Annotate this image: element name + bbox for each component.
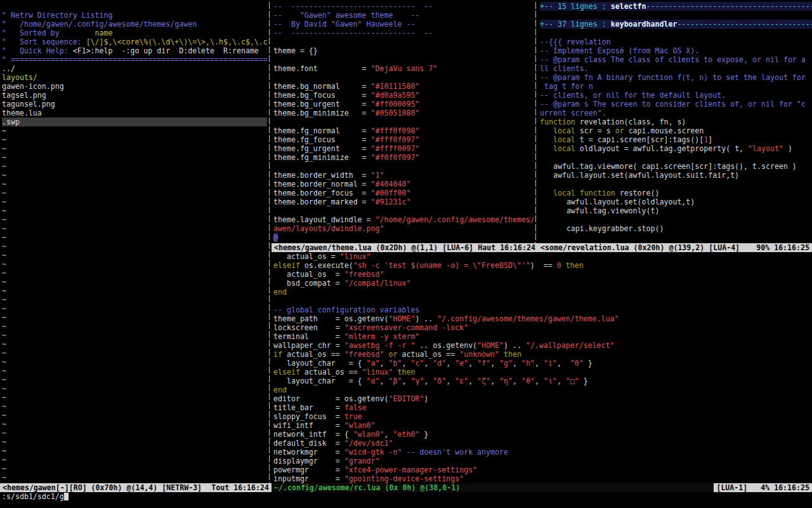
code-line: ~ (2, 189, 267, 197)
code-line (540, 11, 812, 20)
code-line: ~ (2, 349, 267, 358)
code-line: theme.fg_minimize = "#f0f0f097" (273, 153, 534, 162)
code-line: tagunsel.png (2, 100, 267, 109)
code-line: theme.bg_urgent = "#ff000095" (273, 100, 534, 109)
code-line: -- ---------------------------- -- (273, 2, 534, 11)
code-line (273, 55, 534, 64)
code-line: -- "Gawen" awesome theme -- (273, 11, 534, 20)
code-line: tag t for n (540, 82, 812, 91)
statusline-revelation-lua[interactable]: <some/revelation.lua (0x20h) @(139,2) [L… (538, 243, 812, 252)
code-line: -- global configuration variables (273, 305, 812, 314)
code-line: theme.bg_minimize = "#05051080" (273, 109, 534, 117)
code-line: theme.fg_normal = "#fff0f098" (273, 126, 534, 135)
code-line: @ (273, 233, 534, 242)
statusline-file-info: ~/.config/awesome/rc.lua (0x 0h) @(38,0-… (274, 483, 460, 492)
code-line: ~ (2, 197, 267, 206)
window-separator-left[interactable] (267, 2, 272, 483)
code-line (540, 153, 812, 162)
right-column: -- ---------------------------- ---- "Ga… (272, 2, 812, 483)
code-line: ~ (2, 260, 267, 269)
code-line: networkmgr = "wicd-gtk -n" -- doesn't wo… (273, 448, 812, 457)
rc-lua-window[interactable]: actual_os = "linux"elseif os.execute("sh… (272, 252, 812, 483)
separator-line (269, 2, 270, 483)
code-line: -- By David "Gawen" Hauweele -- (273, 20, 534, 29)
code-line: ~ (2, 446, 267, 455)
code-line: terminal = "mlterm -y xterm" (273, 332, 812, 341)
code-line (2, 2, 267, 11)
code-line: awen/layouts/dwindle.png" (273, 224, 534, 233)
code-line: ~ (2, 429, 267, 438)
cursor-block (64, 493, 69, 500)
code-line: theme.bg_normal = "#10111580" (273, 82, 534, 91)
vim-editor: " Netrw Directory Listing" /home/gawen/.… (0, 0, 812, 508)
code-line: ~ (2, 438, 267, 446)
code-line[interactable]: +-- 15 lignes : selectfn----------------… (540, 2, 812, 11)
code-line: ll clients. (540, 64, 812, 73)
code-line: ~ (2, 358, 267, 366)
code-line (273, 117, 534, 126)
code-line (540, 29, 812, 37)
code-line: ~ (2, 295, 267, 304)
statusline-netrw[interactable]: <hemes/gawen[-][RO] (0x70h) @(14,4) [NET… (0, 483, 272, 492)
code-line: ~ (2, 340, 267, 349)
code-line: ~ (2, 242, 267, 251)
code-line: ~ (2, 304, 267, 313)
code-line: ~ (2, 420, 267, 429)
code-line: local scr = s or capi.mouse.screen (540, 126, 812, 135)
netrw-window[interactable]: " Netrw Directory Listing" /home/gawen/.… (0, 2, 267, 483)
code-line: " /home/gawen/.config/awesome/themes/gaw… (2, 20, 267, 29)
code-line: ~ (2, 366, 267, 375)
code-line: bsd_compat = "/compat/linux" (273, 279, 812, 288)
code-line: ~ (2, 286, 267, 295)
code-line: -- clients, or nil for the default layou… (540, 91, 812, 100)
code-line: awful.tag.viewonly(t) (540, 206, 812, 215)
code-line: ~ (2, 162, 267, 171)
code-line: layouts/ (2, 73, 267, 82)
code-line: local oldlayout = awful.tag.getproperty(… (540, 144, 812, 153)
code-line: ~ (2, 277, 267, 286)
code-line (540, 215, 812, 224)
code-line: gawen-icon.png (2, 82, 267, 91)
code-line: ~ (2, 375, 267, 384)
editor-windows: " Netrw Directory Listing" /home/gawen/.… (0, 2, 812, 483)
code-line: -- @param s The screen to consider clien… (540, 100, 812, 109)
code-line: title_bar = false (273, 403, 812, 412)
revelation-lua-window[interactable]: +-- 15 lignes : selectfn----------------… (538, 2, 812, 243)
code-line: ~ (2, 313, 267, 322)
command-line[interactable]: :s/sdb1/sdc1/g (0, 492, 812, 501)
code-line: local function restore() (540, 189, 812, 197)
code-line (273, 206, 534, 215)
code-line: displaymgr = "grandr" (273, 457, 812, 465)
code-line: ~ (2, 144, 267, 153)
theme-lua-window[interactable]: -- ---------------------------- ---- "Ga… (272, 2, 534, 243)
code-line: end (273, 385, 812, 394)
code-line: -- @param fn A binary function f(t, n) t… (540, 73, 812, 82)
code-line: ~ (2, 153, 267, 162)
code-line: ~ (2, 269, 267, 277)
statusline-file-info: <hemes/gawen[-][RO] (0x70h) @(14,4) [NET… (3, 483, 202, 492)
statusline-position-info: 90% 16:16:25 (756, 243, 809, 252)
code-line: -- @param class The class of clients to … (540, 55, 812, 64)
code-line: theme.font = "DejaVu sans 7" (273, 64, 534, 73)
window-separator-middle[interactable] (534, 2, 538, 243)
code-line: " Quick Help: <F1>:help -:go up dir D:de… (2, 46, 267, 55)
code-line: --{{{ revelation (540, 37, 812, 46)
code-line: ~ (2, 464, 267, 473)
code-line: ~ (2, 402, 267, 411)
statusline-row-top: <hemes/gawen/theme.lua (0x2Dh) @(1,1) [L… (272, 243, 812, 252)
code-line: ~ (2, 322, 267, 331)
code-line: ~ (2, 224, 267, 233)
code-line: theme.bg_focus = "#d0a9a595" (273, 91, 534, 100)
code-line: default_disk = "/dev/sdc1" (273, 439, 812, 448)
code-line (540, 233, 812, 242)
code-line: ~ (2, 455, 267, 464)
statusline-rc-lua[interactable]: ~/.config/awesome/rc.lua (0x 0h) @(38,0-… (272, 483, 812, 492)
code-line: awful.layout.set(oldlayout,t) (540, 197, 812, 206)
code-line: ../ (2, 64, 267, 73)
code-line: lockscreen = "xscreensaver-command -lock… (273, 323, 812, 332)
statusline-file-info: <hemes/gawen/theme.lua (0x2Dh) @(1,1) [L… (274, 243, 473, 252)
code-line: ~ (2, 215, 267, 224)
statusline-theme-lua[interactable]: <hemes/gawen/theme.lua (0x2Dh) @(1,1) [L… (272, 243, 538, 252)
top-window-row: -- ---------------------------- ---- "Ga… (272, 2, 812, 243)
code-line[interactable]: +-- 37 lignes : keyboardhandler---------… (540, 20, 812, 29)
